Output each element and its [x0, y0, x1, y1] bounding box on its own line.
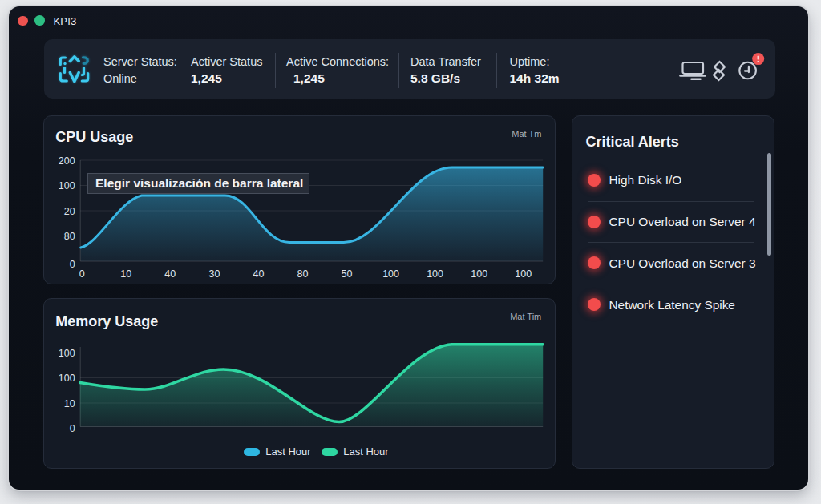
- svg-text:0: 0: [79, 268, 85, 280]
- svg-text:0: 0: [70, 259, 75, 270]
- svg-text:20: 20: [64, 206, 75, 217]
- svg-text:100: 100: [59, 348, 75, 359]
- svg-text:40: 40: [165, 268, 176, 280]
- svg-text:10: 10: [121, 268, 132, 280]
- svg-text:40: 40: [253, 268, 265, 280]
- svg-text:200: 200: [59, 155, 75, 167]
- svg-text:30: 30: [209, 268, 220, 280]
- svg-text:80: 80: [64, 231, 75, 242]
- svg-text:100: 100: [59, 373, 75, 384]
- svg-text:80: 80: [297, 268, 309, 280]
- svg-text:0: 0: [70, 422, 75, 433]
- svg-text:100: 100: [427, 268, 443, 280]
- svg-text:100: 100: [471, 268, 488, 280]
- svg-text:100: 100: [59, 180, 75, 192]
- svg-text:100: 100: [382, 268, 399, 280]
- svg-text:10: 10: [64, 397, 75, 409]
- svg-text:100: 100: [516, 268, 532, 280]
- svg-text:50: 50: [342, 268, 353, 280]
